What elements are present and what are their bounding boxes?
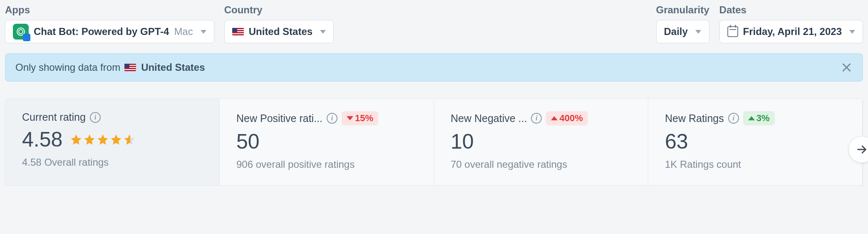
delta-badge: 400% — [546, 111, 588, 125]
filters-row: Apps Chat Bot: Powered by GPT-4 Mac Coun… — [0, 0, 868, 43]
app-icon — [13, 24, 29, 40]
country-dropdown-value: United States — [249, 26, 312, 37]
filter-country: Country United States — [224, 4, 334, 43]
granularity-dropdown[interactable]: Daily — [656, 20, 709, 43]
delta-value: 15% — [355, 113, 373, 124]
svg-point-0 — [19, 30, 23, 34]
granularity-dropdown-value: Daily — [664, 26, 688, 37]
info-banner: Only showing data from United States — [5, 53, 863, 82]
delta-value: 400% — [559, 113, 583, 124]
card-subtitle: 4.58 Overall ratings — [22, 157, 203, 168]
card-value: 10 — [451, 131, 474, 152]
delta-badge: 15% — [342, 111, 378, 125]
chevron-down-icon — [695, 30, 701, 34]
card-value: 50 — [236, 131, 260, 152]
delta-value: 3% — [756, 113, 770, 124]
info-icon[interactable]: i — [531, 113, 542, 124]
card-value: 63 — [665, 131, 688, 152]
info-icon[interactable]: i — [728, 113, 739, 124]
card-new-positive[interactable]: New Positive rati... i 15% 50 906 overal… — [220, 99, 434, 185]
filter-label-apps: Apps — [5, 4, 214, 16]
svg-point-1 — [17, 28, 25, 35]
close-icon[interactable] — [840, 61, 853, 74]
info-icon[interactable]: i — [90, 112, 101, 123]
chevron-down-icon — [849, 30, 855, 34]
dates-dropdown[interactable]: Friday, April 21, 2023 — [719, 20, 863, 43]
filter-granularity: Granularity Daily — [656, 4, 709, 43]
card-title: New Positive rati... — [236, 112, 322, 124]
card-subtitle: 70 overall negative ratings — [451, 159, 631, 170]
banner-prefix: Only showing data from — [15, 62, 120, 73]
dates-dropdown-value: Friday, April 21, 2023 — [743, 26, 842, 37]
banner-country: United States — [141, 62, 205, 73]
info-icon[interactable]: i — [327, 113, 337, 124]
delta-badge: 3% — [743, 111, 775, 125]
filter-apps: Apps Chat Bot: Powered by GPT-4 Mac — [5, 4, 214, 43]
filter-label-country: Country — [224, 4, 334, 16]
up-arrow-icon — [748, 116, 755, 120]
filter-label-dates: Dates — [719, 4, 863, 16]
card-new-ratings[interactable]: New Ratings i 3% 63 1K Ratings count — [648, 99, 863, 185]
card-current-rating[interactable]: Current rating i 4.58 4.58 Overall ratin… — [5, 99, 220, 185]
apps-dropdown-value: Chat Bot: Powered by GPT-4 — [34, 26, 169, 37]
down-arrow-icon — [347, 116, 353, 120]
card-subtitle: 1K Ratings count — [665, 159, 846, 170]
chevron-down-icon — [201, 30, 206, 34]
card-new-negative[interactable]: New Negative ... i 400% 10 70 overall ne… — [434, 99, 648, 185]
filter-dates: Dates Friday, April 21, 2023 — [719, 4, 863, 43]
us-flag-icon — [124, 64, 136, 71]
us-flag-icon — [232, 28, 244, 35]
card-title: Current rating — [22, 111, 86, 123]
apps-dropdown-platform: Mac — [174, 26, 193, 37]
card-subtitle: 906 overall positive ratings — [236, 159, 417, 170]
country-dropdown[interactable]: United States — [224, 20, 334, 43]
metrics-cards: Current rating i 4.58 4.58 Overall ratin… — [5, 98, 863, 186]
apps-dropdown[interactable]: Chat Bot: Powered by GPT-4 Mac — [5, 20, 214, 43]
card-title: New Ratings — [665, 112, 724, 124]
card-title: New Negative ... — [451, 112, 527, 124]
card-value: 4.58 — [22, 129, 62, 150]
up-arrow-icon — [551, 116, 558, 120]
stars-icon — [70, 133, 136, 146]
calendar-icon — [727, 26, 738, 37]
chevron-down-icon — [320, 30, 326, 34]
filter-label-granularity: Granularity — [656, 4, 709, 16]
